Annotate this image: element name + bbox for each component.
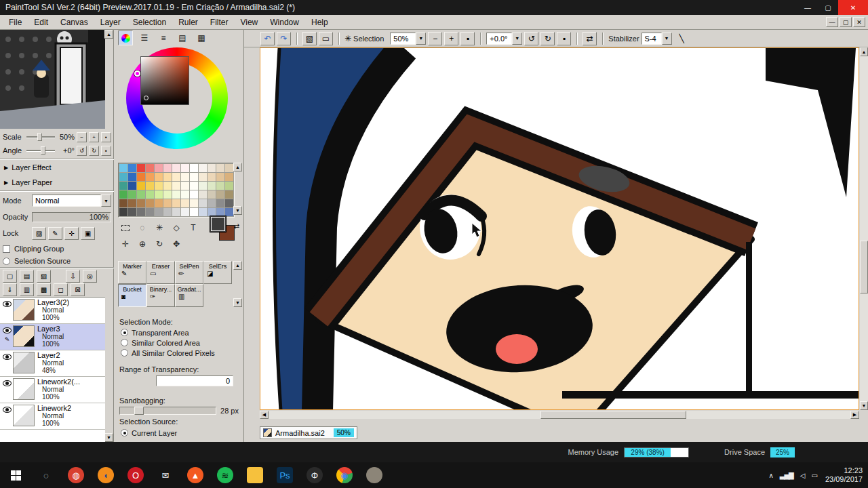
color-swatch[interactable] <box>181 173 189 181</box>
clear-layer-button[interactable]: ◻ <box>54 283 68 296</box>
menu-item[interactable]: File <box>3 16 28 29</box>
flip-horizontal-button[interactable]: ⇄ <box>583 32 597 45</box>
color-swatch[interactable] <box>128 164 136 172</box>
layer-row[interactable]: ✎ Layer2 Normal 48% <box>0 350 105 377</box>
rotate-cw-button[interactable]: ↻ <box>540 32 555 45</box>
menu-item[interactable]: Layer <box>94 16 127 29</box>
lock-move-button[interactable]: ✛ <box>64 227 79 240</box>
sandbagging-knob[interactable] <box>134 407 144 415</box>
tool-button[interactable]: SelPen ✏ <box>175 261 203 284</box>
angle-slider[interactable] <box>26 150 55 152</box>
lock-alpha-button[interactable]: ▨ <box>32 227 46 240</box>
zoom-in-button[interactable]: + <box>444 32 458 45</box>
color-swatch[interactable] <box>199 164 207 172</box>
swap-colors-button[interactable]: ⇄ <box>231 220 242 231</box>
left-panel-scroll-down[interactable]: ▼ <box>104 433 113 442</box>
dropdown-arrow-icon[interactable]: ▼ <box>101 195 111 207</box>
menu-item[interactable]: Ruler <box>172 16 204 29</box>
layer-row[interactable]: ✎ Linework2(... Normal 100% <box>0 377 105 403</box>
rect-select-tool[interactable] <box>118 220 133 235</box>
color-swatch[interactable] <box>208 190 216 199</box>
color-swatch[interactable] <box>163 182 172 190</box>
chevron-down-icon[interactable]: ▼ <box>512 33 522 45</box>
text-tool[interactable]: T <box>186 220 201 235</box>
undo-button[interactable]: ↶ <box>260 32 275 45</box>
color-swatch[interactable] <box>199 182 207 190</box>
menu-item[interactable]: Canvas <box>54 16 94 29</box>
color-swatch[interactable] <box>163 190 172 199</box>
mdi-minimize-button[interactable]: — <box>826 17 838 27</box>
color-swatch[interactable] <box>163 164 172 172</box>
show-selection-button[interactable]: ▧ <box>302 32 317 45</box>
color-swatch[interactable] <box>190 199 198 207</box>
saturation-value-square[interactable] <box>140 56 189 105</box>
tray-network-icon[interactable]: ▃▅▇ <box>780 472 793 479</box>
color-swatch[interactable] <box>146 208 154 216</box>
taskbar-icon-photoshop[interactable]: Ps <box>270 462 300 488</box>
sv-marker[interactable] <box>144 96 149 100</box>
color-swatch[interactable] <box>208 173 216 181</box>
zoom-reset-button[interactable]: ▪ <box>460 32 475 45</box>
tool-button[interactable]: SelErs ◪ <box>203 261 232 284</box>
hand-tool[interactable]: ✥ <box>169 237 184 251</box>
color-swatch[interactable] <box>181 199 189 207</box>
color-swatch[interactable] <box>155 164 163 172</box>
menu-item[interactable]: Help <box>305 16 334 29</box>
color-swatch[interactable] <box>199 199 207 207</box>
hsv-slider-tab[interactable]: ≡ <box>156 30 171 45</box>
color-swatch[interactable] <box>172 182 180 190</box>
new-lineart-layer-button[interactable]: ▤ <box>20 270 34 283</box>
color-swatch[interactable] <box>225 182 233 190</box>
color-swatch[interactable] <box>190 164 198 172</box>
color-swatch[interactable] <box>199 208 207 216</box>
tool-scroll-up[interactable]: ▲ <box>233 261 242 270</box>
color-swatch[interactable] <box>208 182 216 190</box>
angle-reset-button[interactable]: ▪ <box>101 146 111 156</box>
tool-button[interactable]: Marker ✎ <box>118 261 146 284</box>
selection-mode-option[interactable]: Transparent Area <box>114 327 243 338</box>
taskbar-icon-spotify[interactable]: ≋ <box>210 462 240 488</box>
scroll-left-button[interactable]: ◀ <box>260 411 269 419</box>
taskbar-icon-chrome[interactable]: ◉ <box>330 462 359 488</box>
color-swatch[interactable] <box>137 164 145 172</box>
rotate-cw-button[interactable]: ↻ <box>89 146 99 156</box>
layer-row[interactable]: ✎ Layer3 Normal 100% <box>0 324 105 350</box>
color-swatch[interactable] <box>225 164 233 172</box>
transfer-down-button[interactable]: ⇩ <box>66 270 80 283</box>
maximize-button[interactable]: ▢ <box>818 0 838 15</box>
taskbar-icon-store[interactable]: ◍ <box>61 462 91 488</box>
color-swatch[interactable] <box>137 173 145 181</box>
mdi-restore-button[interactable]: ▢ <box>840 17 852 27</box>
color-swatch[interactable] <box>137 182 145 190</box>
color-swatch[interactable] <box>146 182 154 190</box>
chevron-down-icon[interactable]: ▼ <box>662 33 672 45</box>
scroll-right-button[interactable]: ▶ <box>850 411 859 419</box>
color-swatch[interactable] <box>155 199 163 207</box>
color-swatch[interactable] <box>172 190 180 199</box>
tool-button[interactable]: Gradat... ▥ <box>175 284 203 307</box>
horizontal-scrollbar[interactable]: ◀ ▶ <box>260 411 859 419</box>
tool-button[interactable]: Eraser ▭ <box>146 261 175 284</box>
primary-color-swatch[interactable] <box>210 216 226 232</box>
scale-slider[interactable] <box>26 136 55 138</box>
color-swatch[interactable] <box>119 190 127 199</box>
taskbar-icon-davinci[interactable]: Φ <box>300 462 330 488</box>
color-swatch[interactable] <box>216 173 224 181</box>
taskbar-icon-mail[interactable]: ✉ <box>151 462 180 488</box>
delete-layer-button[interactable]: ⊠ <box>71 283 85 296</box>
color-swatch[interactable] <box>146 190 154 199</box>
layer-visibility-icon[interactable] <box>3 327 12 333</box>
zoom-out-button[interactable]: − <box>428 32 442 45</box>
color-swatch[interactable] <box>146 164 154 172</box>
layer-visibility-icon[interactable] <box>3 354 12 360</box>
layer-visibility-icon[interactable] <box>3 301 12 307</box>
menu-item[interactable]: Edit <box>28 16 54 29</box>
scroll-down-button[interactable]: ▼ <box>860 401 868 410</box>
lock-fill-button[interactable]: ▣ <box>81 227 95 240</box>
selection-source-radio[interactable] <box>3 258 10 265</box>
color-swatch[interactable] <box>137 190 145 199</box>
taskbar-icon-file-explorer[interactable] <box>240 462 270 488</box>
color-swatch[interactable] <box>119 208 127 216</box>
layer-visibility-icon[interactable] <box>3 407 12 413</box>
sandbagging-slider[interactable] <box>119 407 216 415</box>
